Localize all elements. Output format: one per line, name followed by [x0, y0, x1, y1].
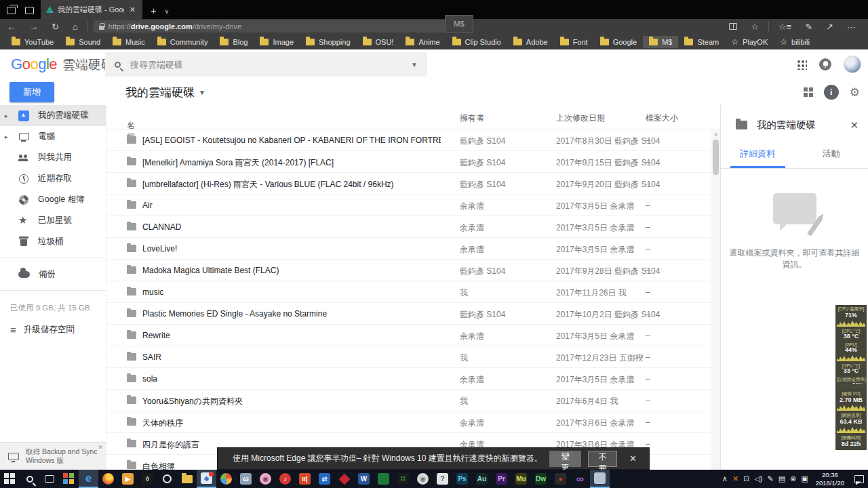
- diamond-app-icon[interactable]: [334, 470, 354, 488]
- Rewrite[interactable]: Rewrite 余承澧 2017年3月5日 余承澧 –: [106, 325, 720, 346]
- panel-tab-details[interactable]: 詳細資料: [721, 141, 795, 168]
- bookmark-bilibili[interactable]: ☆ bilibili: [774, 36, 816, 48]
- start-button[interactable]: [0, 470, 20, 488]
- photoshop-icon[interactable]: Ps: [452, 470, 472, 488]
- music[interactable]: music 我 2017年11月26日 我 –: [106, 281, 720, 303]
- muse-icon[interactable]: Mu: [511, 470, 531, 488]
- bookmark-blog[interactable]: Blog: [214, 36, 254, 48]
- page-title[interactable]: 我的雲端硬碟 ▼: [125, 85, 205, 100]
- bookmark-google[interactable]: Google: [594, 36, 643, 48]
- google-apps-grid-icon[interactable]: [796, 59, 807, 70]
- sidebar-item-backups[interactable]: 備份: [0, 264, 106, 285]
- action-center-icon[interactable]: [854, 475, 864, 483]
- forward-button[interactable]: →: [22, 22, 45, 32]
- paint-palette-icon[interactable]: [216, 470, 236, 488]
- upgrade-storage-item[interactable]: ≡ 升級儲存空間: [0, 313, 106, 336]
- netease-music-icon[interactable]: ♪: [275, 470, 295, 488]
- scrollbar-thumb[interactable]: [713, 140, 719, 175]
- microsoft-store-icon[interactable]: [59, 470, 79, 488]
- grid-view-icon[interactable]: [804, 87, 813, 97]
- bookmark-sound[interactable]: Sound: [60, 36, 106, 48]
- refresh-button[interactable]: ↻: [45, 22, 66, 32]
- [ASL] EGOIST - Koutetsujou no Kabaneri OP - KABANERI OF THE IRON FORTRESS [FLAC][interactable]: [ASL] EGOIST - Koutetsujou no Kabaneri O…: [106, 129, 720, 151]
- Yooru&Shiyanの共同資料夾[interactable]: Yooru&Shiyanの共同資料夾 我 2017年6月4日 我 –: [106, 390, 720, 411]
- bookmark-playok[interactable]: ☆ PlayOK: [725, 36, 774, 48]
- tray-expand-icon[interactable]: ∧: [722, 474, 728, 483]
- LoveLive![interactable]: LoveLive! 余承澧 2017年3月5日 余承澧 –: [106, 238, 720, 260]
- share-icon[interactable]: ↗: [819, 22, 840, 32]
- sidebar-item-google-photos[interactable]: Google 相簿: [0, 189, 106, 210]
- sidebar-item-recent[interactable]: 近期存取: [0, 168, 106, 189]
- fox-app-icon[interactable]: ◊: [138, 470, 157, 488]
- list-scrollbar[interactable]: ∧: [711, 130, 720, 470]
- firefox-icon[interactable]: [98, 470, 118, 488]
- Madoka Magica Ultimate Best (FLAC)[interactable]: Madoka Magica Ultimate Best (FLAC) 藍鈞彥 S…: [106, 260, 720, 281]
- settings-gear-icon[interactable]: ⚙: [850, 85, 860, 100]
- sola[interactable]: sola 余承澧 2017年3月5日 余承澧 –: [106, 368, 720, 390]
- creative-cloud-icon[interactable]: ●: [551, 470, 570, 488]
- taskbar-clock[interactable]: 20:36 2018/1/20: [813, 471, 847, 487]
- notifications-bell-icon[interactable]: [819, 58, 831, 70]
- address-bar[interactable]: https://drive.google.com/drive/my-drive: [94, 20, 473, 33]
- potplayer-icon[interactable]: ▶: [118, 470, 138, 488]
- google-drive-logo[interactable]: Google 雲端硬碟: [0, 56, 96, 74]
- expand-caret-icon[interactable]: ▸: [5, 134, 8, 140]
- file-explorer-icon[interactable]: [177, 470, 197, 488]
- search-input[interactable]: [130, 60, 401, 70]
- task-view-icon[interactable]: [39, 470, 59, 488]
- bookmark-anime[interactable]: Anime: [399, 36, 446, 48]
- banner-close-icon[interactable]: ✕: [624, 453, 642, 464]
- CLANNAD[interactable]: CLANNAD 余承澧 2017年3月5日 余承澧 –: [106, 216, 720, 238]
- bookmark-font[interactable]: Font: [554, 36, 594, 48]
- pen-icon[interactable]: ✎: [767, 474, 773, 483]
- tab-preview-icon[interactable]: [25, 7, 34, 14]
- help-app-icon[interactable]: ?: [433, 470, 452, 488]
- sidebar-item-trash[interactable]: 垃圾桶: [0, 231, 106, 252]
- column-size[interactable]: 檔案大小: [646, 113, 678, 124]
- [umbrellafactor] (Hi-Res) 雨宮天 - Various BLUE (FLAC 24bit / 96kHz)[interactable]: [umbrellafactor] (Hi-Res) 雨宮天 - Various …: [106, 173, 720, 195]
- bookmark-shopping[interactable]: Shopping: [300, 36, 357, 48]
- volume-icon[interactable]: ◁): [754, 474, 762, 483]
- spiral-app-icon[interactable]: ◉: [413, 470, 433, 488]
- drive-sync-icon[interactable]: ◆: [197, 470, 216, 488]
- sidebar-item-starred[interactable]: 已加星號: [0, 210, 106, 231]
- profile-avatar[interactable]: [844, 56, 861, 73]
- chart-app-icon[interactable]: ıı|: [295, 470, 315, 488]
- column-modified[interactable]: 上次修改日期: [556, 113, 605, 124]
- dont-ask-again-button[interactable]: 不要再詢問: [588, 451, 617, 467]
- bookmark-music[interactable]: Music: [106, 36, 151, 48]
- dots-app-icon[interactable]: ∷: [393, 470, 413, 488]
- circle-x-icon[interactable]: ⊗: [790, 474, 796, 483]
- scroll-up-arrow-icon[interactable]: ∧: [711, 130, 720, 138]
- sidebar-item-my-drive[interactable]: ▸ 我的雲端硬碟: [0, 105, 106, 126]
- keyboard-icon[interactable]: ▤: [778, 474, 785, 483]
- panel-close-icon[interactable]: ✕: [850, 119, 859, 131]
- details-info-icon[interactable]: i: [824, 85, 839, 100]
- web-note-pen-icon[interactable]: ✎: [798, 22, 819, 32]
- browser-tab[interactable]: 我的雲端硬碟 - Google ✕: [41, 0, 142, 19]
- tab-close-icon[interactable]: ✕: [128, 5, 137, 14]
- [Menelkir] Amamiya Sora 雨宮天 (2014-2017) [FLAC][interactable]: [Menelkir] Amamiya Sora 雨宮天 (2014-2017) …: [106, 151, 720, 173]
- more-menu-icon[interactable]: ···: [840, 22, 863, 32]
- bookmark-ms[interactable]: M$: [643, 36, 678, 48]
- search-options-dropdown-icon[interactable]: ▼: [411, 61, 418, 68]
- bookmark-youtube[interactable]: YouTube: [5, 36, 60, 48]
- bookmark-osu[interactable]: OSU!: [357, 36, 400, 48]
- add-favorite-star-icon[interactable]: ☆: [744, 22, 766, 32]
- avast-icon[interactable]: ✕: [732, 474, 738, 483]
- back-button[interactable]: ←: [0, 22, 22, 32]
- notebook-icon[interactable]: ▣: [801, 474, 808, 483]
- bookmark-image[interactable]: Image: [254, 36, 300, 48]
- SAIR[interactable]: SAIR 我 2017年12月23日 五御褉 –: [106, 346, 720, 368]
- osu-icon[interactable]: [157, 470, 177, 488]
- home-button[interactable]: ⌂: [66, 22, 85, 32]
- tab-list-dropdown-icon[interactable]: ∨: [163, 8, 175, 19]
- expand-caret-icon[interactable]: ▸: [5, 113, 8, 119]
- panel-tab-activity[interactable]: 活動: [795, 141, 868, 168]
- new-tab-button[interactable]: +: [142, 5, 163, 19]
- hub-favorites-icon[interactable]: ☆≡: [772, 22, 798, 32]
- sidebar-item-shared-with-me[interactable]: 與我共用: [0, 147, 106, 168]
- bookmark-steam[interactable]: Steam: [678, 36, 725, 48]
- word-icon[interactable]: W: [354, 470, 374, 488]
- Air[interactable]: Air 余承澧 2017年3月5日 余承澧 –: [106, 195, 720, 216]
